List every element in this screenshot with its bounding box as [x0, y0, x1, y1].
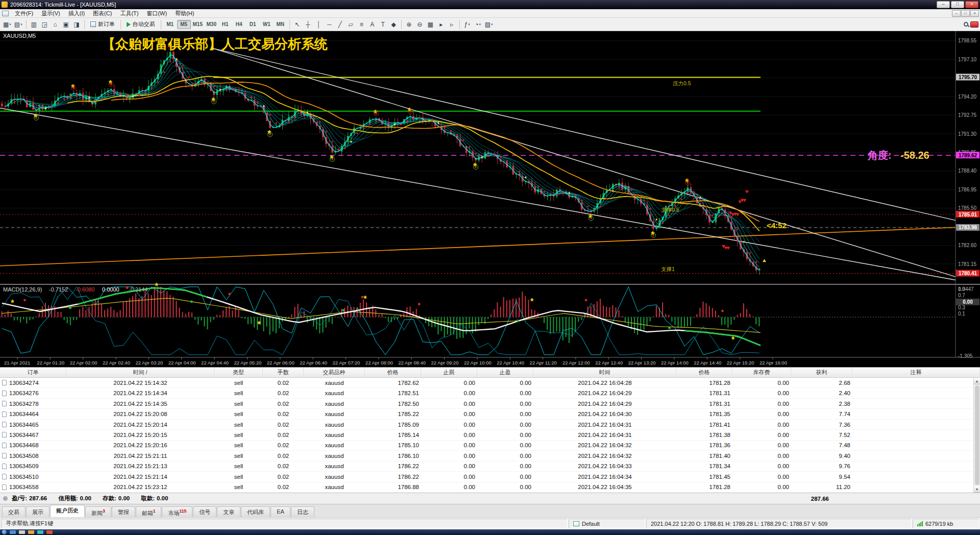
price-chart-canvas[interactable]: *************XAUUSD,M5【众贻财富俱乐部】人工交易分析系统压… [0, 31, 980, 367]
tile-windows-button[interactable]: ▦ [425, 19, 436, 30]
menu-item-6[interactable]: 帮助(H) [171, 9, 198, 18]
column-header-3[interactable]: 手数 [263, 368, 304, 377]
tab-alerts[interactable]: 警报 [112, 506, 135, 517]
taskbar-app-5-icon[interactable] [46, 530, 53, 534]
fibonacci-button[interactable]: ≡ [356, 19, 367, 30]
taskbar-app-1-icon[interactable] [10, 530, 16, 534]
status-profile[interactable]: Default [569, 519, 645, 528]
timeframe-m15-button[interactable]: M15 [191, 20, 205, 29]
table-row[interactable]: 1306342762021.04.22 15:14:34sell0.02xauu… [0, 388, 980, 398]
tab-code-base[interactable]: 代码库 [241, 506, 270, 517]
text-button[interactable]: A [367, 19, 378, 30]
timeframe-m30-button[interactable]: M30 [205, 20, 218, 29]
zoom-out-button[interactable]: ⊖ [414, 19, 425, 30]
menu-item-5[interactable]: 窗口(W) [142, 9, 171, 18]
taskbar-app-4-icon[interactable] [37, 530, 43, 534]
close-button[interactable]: × [965, 1, 978, 8]
scroll-down-icon[interactable]: ▼ [974, 486, 980, 493]
indicators-button[interactable]: ƒ▾ [462, 19, 473, 30]
table-row[interactable]: 1306344652021.04.22 15:20:14sell0.02xauu… [0, 420, 980, 430]
tab-trade[interactable]: 交易 [2, 506, 26, 517]
chart-shift-button[interactable]: ▹ [447, 19, 457, 30]
new-chart-button[interactable]: ▦▾ [2, 19, 13, 30]
zoom-in-button[interactable]: ⊕ [404, 19, 414, 30]
timeframe-m1-button[interactable]: M1 [163, 20, 177, 29]
timeframe-mn-button[interactable]: MN [274, 20, 287, 29]
navigator-button[interactable]: ⌂ [50, 19, 61, 30]
profiles-button[interactable]: ▤▾ [13, 19, 24, 30]
taskbar-app-2-icon[interactable] [19, 530, 25, 534]
menu-item-3[interactable]: 图表(C) [89, 9, 116, 18]
auto-scroll-button[interactable]: ▸ [436, 19, 447, 30]
table-scrollbar[interactable]: ▲ ▼ [973, 378, 980, 493]
column-header-12[interactable]: 注释 [852, 368, 980, 377]
text-label-button[interactable]: T [378, 19, 388, 30]
column-header-0[interactable]: 订单 [0, 368, 66, 377]
tab-articles[interactable]: 文章 [217, 506, 240, 517]
column-header-6[interactable]: 止损 [421, 368, 477, 377]
timeframe-h1-button[interactable]: H1 [218, 20, 232, 29]
table-row[interactable]: 1306345582021.04.22 15:23:12sell0.02xauu… [0, 482, 980, 493]
trendline-button[interactable]: ╱ [335, 19, 346, 30]
table-row[interactable]: 1306345082021.04.22 15:21:11sell0.02xauu… [0, 451, 980, 461]
scroll-up-icon[interactable]: ▲ [974, 378, 980, 384]
tab-mailbox[interactable]: 邮箱1 [136, 506, 162, 517]
crosshair-button[interactable]: ┼ [303, 19, 313, 30]
horizontal-line-button[interactable]: ─ [324, 19, 335, 30]
periods-button[interactable]: ◔▾ [473, 19, 483, 30]
taskbar-app-3-icon[interactable] [28, 530, 34, 534]
column-header-10[interactable]: 库存费 [732, 368, 791, 377]
search-icon[interactable] [964, 22, 968, 27]
column-header-1[interactable]: 时间 / [66, 368, 214, 377]
menu-item-0[interactable]: 文件(F) [11, 9, 37, 18]
column-header-7[interactable]: 止盈 [477, 368, 533, 377]
table-row[interactable]: 1306345092021.04.22 15:21:13sell0.02xauu… [0, 461, 980, 472]
column-header-4[interactable]: 交易品种 [304, 368, 365, 377]
mdi-minimize-button[interactable]: – [952, 10, 961, 17]
column-header-11[interactable]: 获利 [791, 368, 852, 377]
column-header-2[interactable]: 类型 [214, 368, 263, 377]
tab-journal[interactable]: 日志 [291, 506, 314, 517]
menu-item-2[interactable]: 插入(I) [64, 9, 89, 18]
data-window-button[interactable]: ◲ [39, 19, 50, 30]
start-button-icon[interactable] [2, 530, 7, 534]
menu-item-4[interactable]: 工具(T) [116, 9, 142, 18]
terminal-button[interactable]: ▣ [61, 19, 71, 30]
cursor-button[interactable]: ↖ [292, 19, 303, 30]
minimize-button[interactable]: – [937, 1, 950, 8]
table-row[interactable]: 1306345102021.04.22 15:21:14sell0.02xauu… [0, 472, 980, 482]
column-header-9[interactable]: 价格 [676, 368, 732, 377]
menu-item-1[interactable]: 显示(V) [37, 9, 64, 18]
templates-button[interactable]: ▨▾ [483, 19, 495, 30]
tab-market[interactable]: 市场115 [162, 506, 192, 517]
market-watch-button[interactable]: ▥ [29, 19, 39, 30]
arrows-button[interactable]: ◆ [388, 19, 399, 30]
table-row[interactable]: 1306342742021.04.22 15:14:32sell0.02xauu… [0, 378, 980, 388]
column-header-5[interactable]: 价格 [365, 368, 421, 377]
virtual-hosting-icon[interactable] [970, 21, 978, 28]
tab-account-history[interactable]: 账户历史 [50, 505, 85, 517]
strategy-tester-button[interactable]: ◨ [71, 19, 82, 30]
tab-signals[interactable]: 信号 [193, 506, 216, 517]
maximize-button[interactable]: □ [951, 1, 964, 8]
vertical-line-button[interactable]: │ [313, 19, 324, 30]
mdi-restore-button[interactable]: □ [961, 10, 970, 17]
table-row[interactable]: 1306344672021.04.22 15:20:15sell0.02xauu… [0, 430, 980, 440]
timeframe-h4-button[interactable]: H4 [232, 20, 246, 29]
tab-experts[interactable]: EA [271, 506, 290, 517]
mdi-close-button[interactable]: × [970, 10, 979, 17]
table-row[interactable]: 1306342782021.04.22 15:14:35sell0.02xauu… [0, 399, 980, 409]
timeframe-d1-button[interactable]: D1 [246, 20, 260, 29]
table-row[interactable]: 1306344682021.04.22 15:20:16sell0.02xauu… [0, 441, 980, 451]
timeframe-w1-button[interactable]: W1 [260, 20, 274, 29]
new-order-button[interactable]: 新订单 [87, 19, 118, 30]
equidistant-channel-button[interactable]: ▱ [346, 19, 356, 30]
history-table-header[interactable]: 订单时间 /类型手数交易品种价格止损止盈时间价格库存费获利注释 [0, 368, 980, 378]
timeframe-m5-button[interactable]: M5 [177, 20, 191, 29]
column-header-8[interactable]: 时间 [533, 368, 676, 377]
auto-trading-button[interactable]: 自动交易 [123, 19, 159, 30]
table-row[interactable]: 1306344642021.04.22 15:20:08sell0.02xauu… [0, 409, 980, 419]
scroll-thumb[interactable] [975, 385, 979, 485]
tab-news[interactable]: 新闻3 [85, 506, 111, 517]
tab-exposure[interactable]: 展示 [26, 506, 50, 517]
